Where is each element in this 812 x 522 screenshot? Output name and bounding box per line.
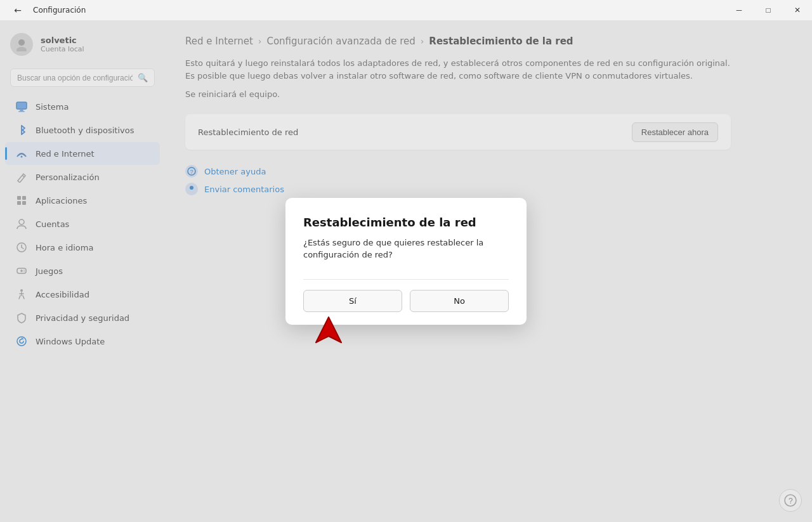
dialog: Restablecimiento de la red ¿Estás seguro… (285, 198, 527, 325)
dialog-no-button[interactable]: No (410, 290, 509, 312)
dialog-buttons: Sí No (303, 290, 509, 312)
dialog-yes-button[interactable]: Sí (303, 290, 402, 312)
dialog-message: ¿Estás seguro de que quieres restablecer… (303, 237, 509, 261)
maximize-button[interactable]: □ (754, 0, 783, 20)
app-window: ← Configuración ─ □ ✕ solvetic Cuenta lo… (0, 0, 812, 522)
dialog-divider (303, 279, 509, 280)
titlebar-title: Configuración (33, 6, 86, 15)
minimize-button[interactable]: ─ (724, 0, 754, 20)
dialog-title: Restablecimiento de la red (303, 216, 509, 229)
titlebar-left: ← Configuración (8, 0, 86, 20)
titlebar: ← Configuración ─ □ ✕ (0, 0, 812, 20)
close-button[interactable]: ✕ (783, 0, 812, 20)
back-button[interactable]: ← (8, 0, 28, 20)
titlebar-controls: ─ □ ✕ (724, 0, 812, 20)
